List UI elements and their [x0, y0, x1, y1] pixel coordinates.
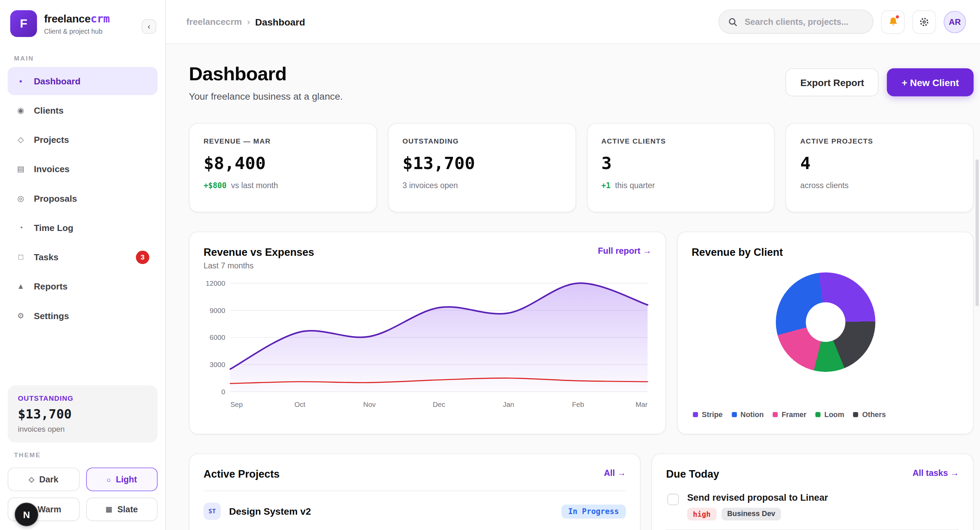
slate-theme-icon: ▦	[105, 505, 112, 513]
dev-overlay-badge[interactable]: N	[14, 503, 38, 526]
sidebar-item-label: Invoices	[34, 164, 69, 174]
sidebar-item-settings[interactable]: ⚙ Settings	[8, 302, 158, 330]
chevron-left-icon: ‹	[148, 22, 150, 31]
stat-delta: +$800	[204, 181, 227, 190]
svg-text:9000: 9000	[210, 306, 225, 314]
chart-title: Revenue vs Expenses	[204, 246, 314, 259]
line-chart: 030006000900012000SepOctNovDecJanFebMar	[204, 274, 653, 422]
invoices-icon: ▤	[16, 165, 25, 173]
task-row: Send revised proposal to Linear high Bus…	[666, 483, 959, 530]
stat-value: 4	[800, 153, 959, 173]
sidebar-nav: ▪ Dashboard ◉ Clients ◇ Projects ▤ Invoi…	[0, 67, 165, 330]
task-checkbox[interactable]	[667, 494, 679, 505]
outstanding-label: OUTSTANDING	[18, 394, 148, 402]
sidebar-item-label: Clients	[34, 105, 64, 115]
svg-text:Mar: Mar	[636, 400, 648, 408]
gear-icon: ⚙	[16, 311, 25, 320]
sidebar-item-label: Tasks	[34, 252, 59, 262]
breadcrumb: freelancecrm › Dashboard	[186, 16, 305, 27]
svg-text:Oct: Oct	[294, 400, 305, 408]
sidebar-item-invoices[interactable]: ▤ Invoices	[8, 155, 158, 183]
stat-value: $8,400	[204, 153, 362, 173]
svg-text:Jan: Jan	[503, 400, 514, 408]
task-title: Send revised proposal to Linear	[687, 493, 828, 503]
donut-chart	[775, 273, 875, 372]
project-row[interactable]: ST Design System v2 In Progress 60%	[204, 503, 626, 530]
stat-caption: vs last month	[231, 181, 278, 190]
sidebar-item-clients[interactable]: ◉ Clients	[8, 96, 158, 124]
stat-label: ACTIVE PROJECTS	[800, 137, 959, 145]
gear-icon	[919, 16, 930, 27]
svg-text:6000: 6000	[210, 333, 225, 341]
main-area: freelancecrm › Dashboard	[166, 0, 980, 530]
card-title: Active Projects	[204, 468, 280, 480]
sidebar-item-tasks[interactable]: □ Tasks 3	[8, 243, 158, 271]
brand: F freelancecrm Client & project hub ‹	[0, 0, 165, 46]
tasks-icon: □	[16, 253, 25, 262]
svg-text:Sep: Sep	[231, 400, 243, 408]
full-report-link[interactable]: Full report →	[598, 246, 652, 256]
project-status-badge: In Progress	[561, 504, 626, 518]
revenue-by-client-card: Revenue by Client Stripe Notion Framer L…	[677, 232, 974, 435]
svg-text:0: 0	[221, 388, 225, 396]
stat-label: OUTSTANDING	[402, 137, 561, 145]
proposals-icon: ◎	[16, 194, 25, 203]
notifications-button[interactable]	[881, 10, 904, 33]
tasks-count-badge: 3	[136, 251, 149, 263]
svg-text:3000: 3000	[210, 360, 225, 368]
brand-logo-letter: F	[20, 17, 27, 31]
sidebar: F freelancecrm Client & project hub ‹ MA…	[0, 0, 166, 530]
chart-subtitle: Last 7 months	[204, 262, 314, 270]
sidebar-item-time-log[interactable]: ◔ Time Log	[8, 214, 158, 242]
svg-text:12000: 12000	[206, 279, 225, 287]
all-tasks-link[interactable]: All tasks →	[913, 468, 959, 478]
theme-button-light[interactable]: ○ Light	[86, 467, 158, 491]
search-icon	[728, 17, 737, 27]
sidebar-item-proposals[interactable]: ◎ Proposals	[8, 184, 158, 213]
legend-item: Notion	[732, 411, 764, 419]
sidebar-item-label: Projects	[34, 135, 69, 145]
theme-label: Dark	[39, 474, 58, 484]
sidebar-item-label: Reports	[34, 281, 67, 292]
chart-title: Revenue by Client	[692, 246, 783, 259]
export-report-button[interactable]: Export Report	[786, 68, 879, 97]
notification-dot	[895, 14, 900, 19]
progress-label: 60%	[581, 528, 626, 530]
stat-caption: across clients	[800, 181, 849, 190]
new-client-button[interactable]: + New Client	[887, 68, 974, 97]
sidebar-item-label: Time Log	[34, 222, 73, 233]
breadcrumb-current: Dashboard	[255, 16, 305, 27]
theme-button-slate[interactable]: ▦ Slate	[86, 498, 158, 521]
all-projects-link[interactable]: All →	[604, 468, 626, 478]
global-search[interactable]	[718, 10, 873, 34]
brand-name: freelancecrm	[44, 12, 110, 25]
page-scrollbar[interactable]	[975, 160, 978, 306]
search-input[interactable]	[743, 16, 864, 27]
theme-button-dark[interactable]: ◇ Dark	[8, 467, 80, 491]
legend-swatch	[853, 412, 858, 417]
stat-value: $13,700	[402, 153, 561, 173]
breadcrumb-root[interactable]: freelancecrm	[186, 17, 242, 27]
stat-value: 3	[601, 153, 760, 173]
brand-tagline: Client & project hub	[44, 27, 110, 35]
legend-swatch	[732, 412, 737, 417]
outstanding-amount: $13,700	[18, 406, 148, 422]
sidebar-collapse-button[interactable]: ‹	[142, 19, 156, 34]
priority-tag: high	[687, 508, 716, 521]
svg-text:Dec: Dec	[433, 400, 445, 408]
sidebar-section-theme: THEME	[0, 443, 165, 464]
legend-item: Loom	[815, 411, 844, 419]
light-theme-icon: ○	[107, 476, 111, 483]
user-avatar[interactable]: AR	[943, 11, 966, 33]
sidebar-item-projects[interactable]: ◇ Projects	[8, 125, 158, 154]
theme-label: Slate	[118, 505, 138, 514]
settings-button[interactable]	[912, 10, 936, 33]
sidebar-item-dashboard[interactable]: ▪ Dashboard	[8, 67, 158, 95]
page-subtitle: Your freelance business at a glance.	[189, 90, 343, 102]
theme-label: Light	[116, 474, 137, 484]
stat-card-revenue: REVENUE — MAR $8,400 +$800vs last month	[189, 123, 377, 213]
stat-delta: +1	[601, 181, 611, 190]
sidebar-item-reports[interactable]: ▲ Reports	[8, 273, 158, 301]
legend-item: Others	[853, 411, 886, 419]
sidebar-item-label: Settings	[34, 311, 69, 321]
